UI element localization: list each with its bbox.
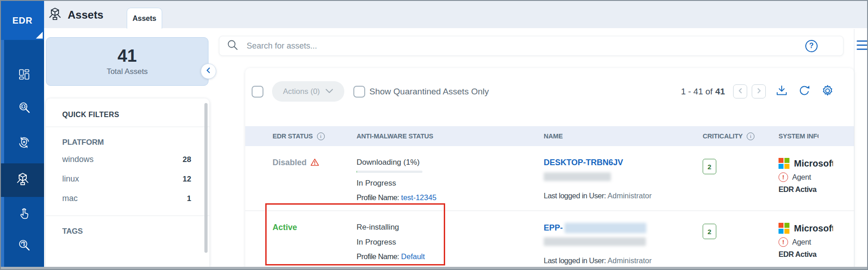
hand-tap-icon <box>17 206 31 222</box>
refresh-icon <box>798 84 811 99</box>
column-anti-malware-status[interactable]: ANTI-MALWARE STATUS <box>357 133 544 140</box>
column-criticality[interactable]: CRITICALITY i <box>703 133 779 140</box>
tags-section-title: TAGS <box>46 216 209 239</box>
export-button[interactable] <box>775 84 789 99</box>
column-name[interactable]: NAME <box>544 133 703 140</box>
table-row[interactable]: Active Re-installing In Progress Profile… <box>245 211 854 268</box>
agent-alert-text: Agent <box>792 173 811 182</box>
profile-name-label: Profile Name: <box>357 193 399 201</box>
prev-page-button[interactable] <box>733 84 747 98</box>
redacted-info <box>544 172 611 181</box>
microsoft-logo-icon <box>779 158 789 169</box>
edr-status-value: Disabled <box>273 158 357 169</box>
download-progress-fill <box>357 171 357 173</box>
total-assets-card: 41 Total Assets <box>46 37 208 86</box>
edr-logo-label: EDR <box>12 15 33 26</box>
info-icon[interactable]: i <box>317 133 325 140</box>
redacted-info <box>544 237 646 246</box>
next-page-button[interactable] <box>752 84 766 98</box>
threat-search-icon <box>17 101 31 116</box>
tab-assets[interactable]: Assets <box>127 8 162 29</box>
asset-name-text: EPP- <box>544 223 563 233</box>
criticality-value: 2 <box>708 228 711 236</box>
filter-mac-count: 1 <box>187 194 191 203</box>
last-user-value: Administrator <box>607 191 651 200</box>
chevron-down-icon <box>325 87 333 96</box>
tab-assets-label: Assets <box>133 15 156 23</box>
asset-name-link[interactable]: DESKTOP-TRBN6JV <box>544 158 703 167</box>
menu-icon[interactable] <box>857 40 868 53</box>
pagination-total: 41 <box>715 87 725 96</box>
help-icon[interactable]: ? <box>805 40 818 52</box>
assets-page: EDR Assets Assets 41 Total Assets <box>0 0 868 270</box>
agent-alert-icon[interactable]: ! <box>779 237 788 247</box>
column-system[interactable]: SYSTEM INFO <box>779 133 818 140</box>
filter-mac[interactable]: mac 1 <box>46 189 209 208</box>
anti-malware-phase-text: In Progress <box>357 179 544 188</box>
search-input[interactable] <box>247 41 805 51</box>
edr-logo[interactable]: EDR <box>1 1 44 40</box>
column-edr-status[interactable]: EDR STATUS i <box>273 133 357 140</box>
edr-status-text: Active <box>273 223 297 232</box>
search-icon <box>227 39 238 53</box>
nav-response[interactable] <box>4 129 44 158</box>
table-settings-button[interactable] <box>820 83 835 100</box>
filter-mac-label: mac <box>62 194 78 203</box>
left-nav-rail: EDR <box>1 1 44 267</box>
pagination-range: 1 - 41 of41 <box>681 87 725 97</box>
horizontal-scrollbar[interactable] <box>1 267 867 269</box>
agent-alert-icon[interactable]: ! <box>779 172 788 182</box>
total-assets-count: 41 <box>118 47 137 66</box>
info-icon[interactable]: i <box>747 133 754 140</box>
nav-dashboard[interactable] <box>4 61 44 90</box>
select-all-checkbox[interactable] <box>252 86 263 98</box>
edr-activation-text: EDR Activa <box>779 250 854 259</box>
filter-windows[interactable]: windows 28 <box>46 150 209 169</box>
profile-name-link[interactable]: Default <box>401 252 425 260</box>
assets-title-icon <box>48 7 62 23</box>
profile-name-link[interactable]: test-12345 <box>401 193 436 201</box>
refresh-button[interactable] <box>798 84 811 99</box>
anti-malware-status-text: Downloading (1%) <box>357 158 544 167</box>
system-vendor-text: Microsoft <box>794 158 833 169</box>
profile-name-label: Profile Name: <box>357 252 399 260</box>
chevron-right-icon <box>756 88 762 96</box>
quarantine-only-checkbox[interactable] <box>353 86 365 98</box>
chevron-left-icon <box>737 88 744 96</box>
quick-filters-title: QUICK FILTERS <box>46 98 209 127</box>
platform-section-title: PLATFORM <box>46 127 209 150</box>
filter-windows-label: windows <box>62 155 94 164</box>
quick-filters-scrollbar[interactable] <box>204 103 208 253</box>
nav-on-demand-action[interactable] <box>4 200 44 229</box>
dashboard-icon <box>17 68 31 83</box>
criticality-badge: 2 <box>703 224 716 239</box>
anti-malware-phase-text: In Progress <box>357 238 544 247</box>
column-criticality-label: CRITICALITY <box>703 133 743 140</box>
page-title-text: Assets <box>68 9 104 21</box>
nav-assets[interactable] <box>1 163 44 197</box>
actions-dropdown[interactable]: Actions (0) <box>272 81 344 102</box>
header-band <box>44 1 867 28</box>
filter-linux[interactable]: linux 12 <box>46 169 209 189</box>
nav-forensics[interactable] <box>4 231 44 260</box>
quick-filters-panel: QUICK FILTERS PLATFORM windows 28 linux … <box>46 98 209 267</box>
table-header-row: EDR STATUS i ANTI-MALWARE STATUS NAME CR… <box>245 126 854 146</box>
last-user-line: Last logged in User: Administrator <box>544 256 703 265</box>
chevron-left-icon <box>205 67 212 76</box>
rail-accent-strip <box>1 1 4 267</box>
microsoft-logo-icon <box>779 223 789 234</box>
asset-name-link[interactable]: EPP- <box>544 223 703 233</box>
nav-threat-hunt[interactable] <box>4 94 44 123</box>
filter-linux-count: 12 <box>183 175 191 184</box>
anti-malware-status-text: Re-installing <box>357 223 544 232</box>
table-row[interactable]: Disabled Downloading (1%) In Progress <box>245 146 854 211</box>
download-progress-bar <box>357 171 422 173</box>
profile-name-line: Profile Name: test-12345 <box>357 193 544 202</box>
warning-triangle-icon[interactable] <box>310 158 319 169</box>
shield-sync-icon <box>17 136 31 151</box>
download-icon <box>775 84 789 99</box>
collapse-panel-button[interactable] <box>201 64 216 79</box>
last-user-line: Last logged in User: Administrator <box>544 191 703 200</box>
filter-windows-count: 28 <box>183 155 191 164</box>
filter-linux-label: linux <box>62 174 79 184</box>
